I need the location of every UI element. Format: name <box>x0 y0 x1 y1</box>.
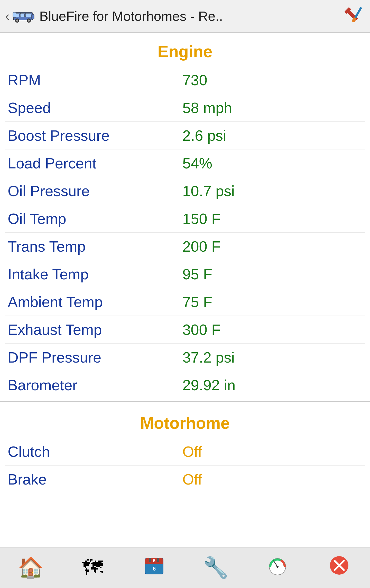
svg-rect-19 <box>157 558 159 562</box>
svg-point-7 <box>28 20 30 22</box>
table-row: Brake Off <box>5 466 365 493</box>
settings-icon: 🔧 <box>203 556 229 580</box>
back-button[interactable]: ‹ <box>5 8 10 24</box>
tools-icon[interactable] <box>342 5 365 28</box>
row-value: 37.2 psi <box>182 349 235 366</box>
engine-section: Engine RPM 730 Speed 58 mph Boost Pressu… <box>0 33 370 399</box>
row-value: Off <box>182 443 202 460</box>
row-label: Intake Temp <box>8 265 182 283</box>
row-label: Brake <box>8 471 182 488</box>
row-value: 95 F <box>182 265 212 283</box>
row-value: 300 F <box>182 321 220 338</box>
table-row: DPF Pressure 37.2 psi <box>5 344 365 371</box>
table-row: Clutch Off <box>5 438 365 466</box>
table-row: Boost Pressure 2.6 psi <box>5 122 365 149</box>
table-row: Ambient Temp 75 F <box>5 288 365 316</box>
motorhome-data: Clutch Off Brake Off <box>0 438 370 493</box>
row-value: 2.6 psi <box>182 127 226 144</box>
rv-icon <box>12 7 35 25</box>
row-label: DPF Pressure <box>8 349 182 366</box>
close-icon <box>329 555 349 581</box>
row-label: Load Percent <box>8 155 182 172</box>
motorhome-section-title: Motorhome <box>0 404 370 438</box>
row-value: 150 F <box>182 210 220 227</box>
nav-settings[interactable]: 🔧 <box>190 550 242 586</box>
row-value: 730 <box>182 71 207 89</box>
header: ‹ BlueFire for Motorhomes - Re.. <box>0 0 370 33</box>
svg-point-23 <box>276 566 279 568</box>
table-row: Oil Pressure 10.7 psi <box>5 177 365 205</box>
table-row: RPM 730 <box>5 66 365 94</box>
svg-point-5 <box>16 20 18 22</box>
svg-rect-3 <box>25 13 31 17</box>
nav-gauge[interactable] <box>252 550 303 586</box>
bottom-nav: 🏠 🗺 6 6 🔧 <box>0 547 370 588</box>
svg-rect-8 <box>32 14 34 19</box>
svg-rect-9 <box>13 12 16 17</box>
row-label: Ambient Temp <box>8 293 182 310</box>
table-row: Load Percent 54% <box>5 149 365 177</box>
row-label: Speed <box>8 99 182 116</box>
svg-text:6: 6 <box>153 565 156 572</box>
row-label: RPM <box>8 71 182 89</box>
section-divider <box>0 401 370 402</box>
row-value: 10.7 psi <box>182 182 235 200</box>
row-value: Off <box>182 471 202 488</box>
row-label: Barometer <box>8 376 182 394</box>
svg-text:6: 6 <box>153 558 155 563</box>
row-label: Boost Pressure <box>8 127 182 144</box>
nav-home[interactable]: 🏠 <box>5 550 57 586</box>
nav-map[interactable]: 🗺 <box>67 550 118 586</box>
calendar-icon: 6 6 <box>144 555 164 581</box>
nav-calendar[interactable]: 6 6 <box>128 550 180 586</box>
table-row: Speed 58 mph <box>5 94 365 122</box>
row-label: Clutch <box>8 443 182 460</box>
table-row: Oil Temp 150 F <box>5 205 365 233</box>
row-value: 75 F <box>182 293 212 310</box>
nav-close[interactable] <box>313 550 365 586</box>
svg-rect-18 <box>149 558 151 562</box>
row-label: Oil Temp <box>8 210 182 227</box>
table-row: Trans Temp 200 F <box>5 233 365 260</box>
row-value: 58 mph <box>182 99 232 116</box>
home-icon: 🏠 <box>18 556 44 580</box>
table-row: Exhaust Temp 300 F <box>5 316 365 344</box>
table-row: Barometer 29.92 in <box>5 371 365 399</box>
row-value: 200 F <box>182 238 220 255</box>
header-title: BlueFire for Motorhomes - Re.. <box>39 8 342 24</box>
gauge-icon <box>267 555 288 581</box>
map-icon: 🗺 <box>82 556 103 580</box>
engine-data: RPM 730 Speed 58 mph Boost Pressure 2.6 … <box>0 66 370 399</box>
row-label: Trans Temp <box>8 238 182 255</box>
row-value: 54% <box>182 155 212 172</box>
engine-section-title: Engine <box>0 33 370 66</box>
row-label: Oil Pressure <box>8 182 182 200</box>
motorhome-section: Motorhome Clutch Off Brake Off <box>0 404 370 539</box>
table-row: Intake Temp 95 F <box>5 260 365 288</box>
svg-rect-2 <box>20 13 24 17</box>
svg-rect-12 <box>354 7 362 19</box>
row-label: Exhaust Temp <box>8 321 182 338</box>
row-value: 29.92 in <box>182 376 235 394</box>
